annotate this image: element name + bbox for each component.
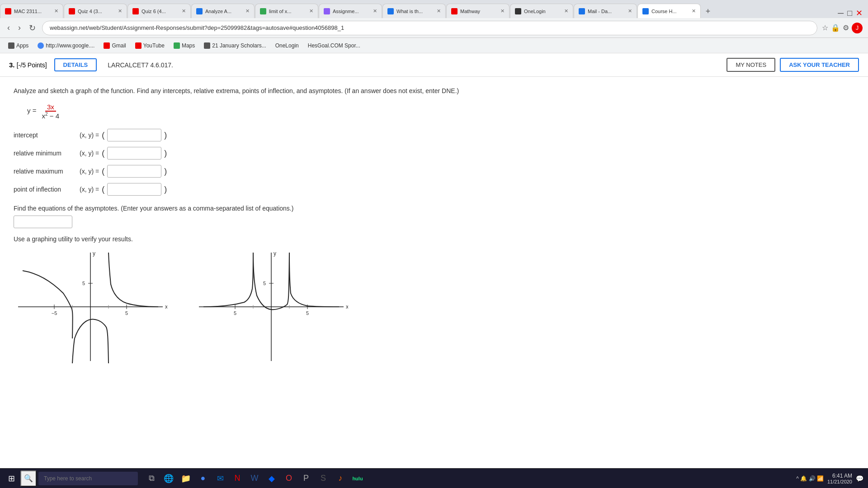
tab-limit[interactable]: limit of x... ✕ <box>255 4 318 18</box>
tab-close-icon[interactable]: ✕ <box>309 8 313 14</box>
edge-icon[interactable]: 🌐 <box>160 470 177 487</box>
tab-mail[interactable]: Mail - Da... ✕ <box>574 4 637 18</box>
formula-display: y = 3x x2 − 4 <box>27 103 854 120</box>
youtube-icon <box>135 42 142 49</box>
notification-icon[interactable]: 💬 <box>856 475 863 482</box>
system-tray-icons: ^ 🔔 🔊 📶 <box>796 475 824 482</box>
question-number: 3. [-/5 Points] <box>9 61 47 69</box>
tab-close-icon[interactable]: ✕ <box>118 8 122 14</box>
close-button[interactable]: ✕ <box>856 8 863 18</box>
tab-close-icon[interactable]: ✕ <box>564 8 568 14</box>
tab-favicon <box>642 8 649 14</box>
numerator: 3x <box>45 103 56 112</box>
tab-label: What is th... <box>396 9 434 14</box>
taskbar-search[interactable] <box>38 472 138 485</box>
bookmark-label: http://www.google.... <box>46 42 94 49</box>
tab-mathway[interactable]: Mathway ✕ <box>446 4 509 18</box>
office-icon[interactable]: O <box>281 470 297 487</box>
rel-max-label: relative maximum <box>14 168 77 175</box>
tab-close-icon[interactable]: ✕ <box>692 8 696 14</box>
svg-text:x: x <box>346 304 348 310</box>
open-paren: ( <box>102 167 104 176</box>
svg-text:y: y <box>274 250 276 257</box>
asymptote-input[interactable] <box>14 216 72 228</box>
tab-assignment[interactable]: Assignme... ✕ <box>319 4 382 18</box>
bookmark-hesgoal[interactable]: HesGoal.COM Spor... <box>304 41 364 50</box>
formula-y-equals: y = <box>27 107 38 115</box>
bookmark-label: HesGoal.COM Spor... <box>308 42 360 49</box>
chrome-icon[interactable]: ● <box>195 470 211 487</box>
rel-min-input[interactable] <box>107 147 161 160</box>
tab-close-icon[interactable]: ✕ <box>628 8 632 14</box>
tab-close-icon[interactable]: ✕ <box>182 8 186 14</box>
tab-quiz4[interactable]: Quiz 4 (3... ✕ <box>64 4 127 18</box>
netflix-icon[interactable]: N <box>229 470 245 487</box>
mail-icon[interactable]: ✉ <box>212 470 228 487</box>
rel-min-row: relative minimum (x, y) = ( ) <box>14 147 854 160</box>
bookmarks-bar: Apps http://www.google.... Gmail YouTube… <box>0 38 868 53</box>
bookmark-google[interactable]: http://www.google.... <box>34 41 98 50</box>
tab-mac2311[interactable]: MAC 2311... ✕ <box>0 4 63 18</box>
taskbar-apps: ⧉ 🌐 📁 ● ✉ N W ◆ O P S ♪ hulu <box>143 470 366 487</box>
minimize-button[interactable]: ─ <box>838 9 844 18</box>
rel-max-input[interactable] <box>107 165 161 178</box>
intercept-input[interactable] <box>107 129 161 141</box>
maps-icon <box>174 42 180 49</box>
tab-quiz6[interactable]: Quiz 6 (4... ✕ <box>127 4 191 18</box>
refresh-button[interactable]: ↻ <box>27 21 38 35</box>
back-button[interactable]: ‹ <box>5 21 12 34</box>
file-explorer-icon[interactable]: 📁 <box>178 470 194 487</box>
ask-teacher-button[interactable]: ASK YOUR TEACHER <box>780 58 859 72</box>
tab-close-icon[interactable]: ✕ <box>437 8 441 14</box>
svg-text:5: 5 <box>82 281 85 286</box>
bookmark-apps[interactable]: Apps <box>5 41 32 50</box>
browser-window: MAC 2311... ✕ Quiz 4 (3... ✕ Quiz 6 (4..… <box>0 0 868 488</box>
bookmark-youtube[interactable]: YouTube <box>132 41 168 50</box>
lock-icon: 🔒 <box>831 23 840 32</box>
dropbox-icon[interactable]: ◆ <box>264 470 280 487</box>
itunes-icon[interactable]: ♪ <box>332 470 349 487</box>
tab-analyze[interactable]: Analyze A... ✕ <box>191 4 255 18</box>
close-paren: ) <box>164 149 167 158</box>
bookmark-maps[interactable]: Maps <box>170 41 198 50</box>
app-icon-1[interactable]: P <box>298 470 314 487</box>
new-tab-button[interactable]: + <box>701 5 715 18</box>
bookmark-label: Gmail <box>112 42 126 49</box>
address-bar: ‹ › ↻ webassign.net/web/Student/Assignme… <box>0 18 868 38</box>
hulu-icon[interactable]: hulu <box>349 470 366 487</box>
forward-button[interactable]: › <box>16 21 23 34</box>
tab-coursehero[interactable]: Course H... ✕ <box>637 4 701 18</box>
my-notes-button[interactable]: MY NOTES <box>726 58 775 72</box>
bookmark-label: Maps <box>182 42 195 49</box>
tab-close-icon[interactable]: ✕ <box>54 8 58 14</box>
intercept-row: intercept (x, y) = ( ) <box>14 129 854 141</box>
profile-icon[interactable]: J <box>852 23 863 33</box>
tab-onelogin[interactable]: OneLogin ✕ <box>510 4 573 18</box>
word-icon[interactable]: W <box>246 470 263 487</box>
tab-favicon <box>196 8 203 14</box>
task-view-icon[interactable]: ⧉ <box>143 470 160 487</box>
svg-text:5: 5 <box>306 310 309 316</box>
app-icon-2[interactable]: S <box>315 470 331 487</box>
taskbar-right: ^ 🔔 🔊 📶 6:41 AM 11/21/2020 💬 <box>796 473 863 484</box>
search-taskbar-icon[interactable]: 🔍 <box>20 470 37 487</box>
tab-close-icon[interactable]: ✕ <box>373 8 377 14</box>
tab-close-icon[interactable]: ✕ <box>500 8 505 14</box>
star-icon[interactable]: ☆ <box>822 23 828 32</box>
bookmark-scholars[interactable]: 21 January Scholars... <box>200 41 269 50</box>
extensions-icon[interactable]: ⚙ <box>843 23 849 32</box>
address-input[interactable]: webassign.net/web/Student/Assignment-Res… <box>42 21 817 35</box>
bookmark-gmail[interactable]: Gmail <box>100 41 129 50</box>
maximize-button[interactable]: □ <box>847 9 852 18</box>
details-button[interactable]: DETAILS <box>54 58 97 71</box>
tab-favicon <box>324 8 330 14</box>
bookmark-onelogin[interactable]: OneLogin <box>272 41 302 50</box>
tab-whatis[interactable]: What is th... ✕ <box>382 4 446 18</box>
inflection-input[interactable] <box>107 183 161 196</box>
tab-favicon <box>451 8 458 14</box>
tab-close-icon[interactable]: ✕ <box>245 8 250 14</box>
tab-label: Mail - Da... <box>588 9 625 14</box>
inflection-row: point of inflection (x, y) = ( ) <box>14 183 854 196</box>
start-button[interactable]: ⊞ <box>5 472 19 485</box>
question-code: LARCALCET7 4.6.017. <box>108 61 173 69</box>
